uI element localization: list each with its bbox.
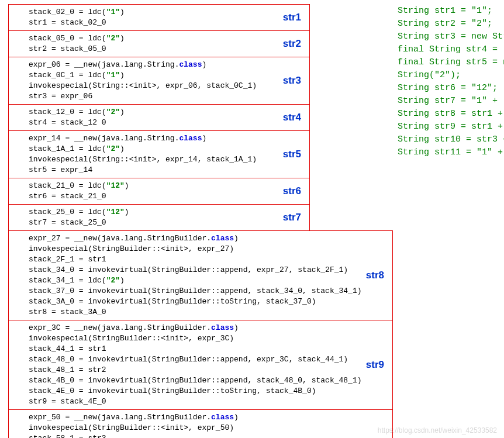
code-line: stack_25_0 = ldc("12") [29, 207, 289, 218]
bytecode-box-str6: stack_21_0 = ldc("12")str6 = stack_21_0s… [8, 178, 310, 205]
code-line: str5 = expr_14 [29, 165, 289, 175]
code-line: expr_3C = __new(java.lang.StringBuilder.… [29, 323, 372, 333]
code-line: invokespecial(StringBuilder::<init>, exp… [29, 244, 372, 254]
box-label: str5 [283, 149, 301, 160]
code-line: stack_58_1 = str3 [29, 433, 372, 438]
code-line: expr_14 = __new(java.lang.String.class) [29, 133, 289, 144]
source-line: String str10 = str3 + str4; [398, 133, 504, 146]
code-line: stack_12_0 = ldc("2") [29, 107, 289, 118]
box-label: str8 [366, 270, 384, 281]
code-line: stack_1A_1 = ldc("2") [29, 144, 289, 154]
code-line: stack_3A_0 = invokevirtual(StringBuilder… [29, 296, 372, 307]
main-wrap: stack_02_0 = ldc("1")str1 = stack_02_0st… [0, 5, 504, 438]
box-label: str9 [366, 359, 384, 371]
code-line: str4 = stack_12 0 [29, 118, 289, 128]
bytecode-box-str1: stack_02_0 = ldc("1")str1 = stack_02_0st… [8, 4, 310, 31]
code-line: expr_27 = __new(java.lang.StringBuilder.… [29, 233, 372, 244]
bytecode-box-str4: stack_12_0 = ldc("2")str4 = stack_12 0st… [8, 104, 310, 131]
code-line: stack_4B_0 = invokevirtual(StringBuilder… [29, 375, 372, 386]
code-line: str3 = expr_06 [29, 91, 289, 102]
source-line: String str1 = "1"; [398, 5, 504, 18]
code-line: str1 = stack_02_0 [29, 18, 289, 28]
code-line: invokespecial(String::<init>, expr_06, s… [29, 81, 289, 91]
box-label: str1 [283, 12, 301, 23]
bytecode-box-str10: expr_50 = __new(java.lang.StringBuilder.… [8, 409, 393, 438]
source-line: String str6 = "12"; [398, 82, 504, 95]
code-line: invokespecial(StringBuilder::<init>, exp… [29, 423, 372, 433]
source-line: String str11 = "1" + str4; [398, 146, 504, 159]
box-label: str2 [283, 38, 301, 50]
code-line: stack_05_0 = ldc("2") [29, 33, 289, 44]
source-line: final String str5 = new [398, 56, 504, 69]
source-line: String str9 = str1 + str2; [398, 120, 504, 133]
code-line: str6 = stack_21_0 [29, 191, 289, 202]
source-line: final String str4 = "2"; [398, 43, 504, 56]
source-line: String str3 = new String("1"); [398, 30, 504, 43]
source-line: String str7 = "1" + "2"; [398, 95, 504, 108]
code-line: str8 = stack_3A_0 [29, 307, 372, 318]
bytecode-box-str9: expr_3C = __new(java.lang.StringBuilder.… [8, 320, 393, 410]
code-line: str7 = stack_25_0 [29, 218, 289, 228]
code-line: invokespecial(String::<init>, expr_14, s… [29, 154, 289, 165]
code-line: expr_50 = __new(java.lang.StringBuilder.… [29, 412, 372, 423]
source-column: String str1 = "1";String str2 = "2";Stri… [393, 5, 504, 159]
code-line: stack_48_1 = str2 [29, 365, 372, 375]
bytecode-box-str8: expr_27 = __new(java.lang.StringBuilder.… [8, 230, 393, 320]
bytecode-box-str2: stack_05_0 = ldc("2")str2 = stack_05_0st… [8, 30, 310, 57]
code-line: stack_02_0 = ldc("1") [29, 7, 289, 18]
source-line: String str8 = str1 + "2"; [398, 108, 504, 120]
bytecode-box-str3: expr_06 = __new(java.lang.String.class)s… [8, 57, 310, 105]
code-line: stack_0C_1 = ldc("1") [29, 70, 289, 81]
source-line: String str2 = "2"; [398, 18, 504, 30]
code-line: stack_21_0 = ldc("12") [29, 181, 289, 191]
code-line: invokespecial(StringBuilder::<init>, exp… [29, 333, 372, 344]
code-line: stack_37_0 = invokevirtual(StringBuilder… [29, 286, 372, 296]
bytecode-column: stack_02_0 = ldc("1")str1 = stack_02_0st… [0, 5, 393, 438]
bytecode-box-str5: expr_14 = __new(java.lang.String.class)s… [8, 130, 310, 178]
code-line: str9 = stack_4E_0 [29, 396, 372, 407]
bytecode-box-str7: stack_25_0 = ldc("12")str7 = stack_25_0s… [8, 204, 310, 231]
watermark: https://blog.csdn.net/weixin_42533582 [378, 426, 497, 434]
code-line: stack_34_1 = ldc("2") [29, 275, 372, 286]
code-line: stack_48_0 = invokevirtual(StringBuilder… [29, 354, 372, 365]
code-line: stack_2F_1 = str1 [29, 254, 372, 265]
code-line: str2 = stack_05_0 [29, 44, 289, 54]
code-line: stack_4E_0 = invokevirtual(StringBuilder… [29, 386, 372, 396]
box-label: str7 [283, 212, 301, 223]
box-label: str4 [283, 112, 301, 123]
box-label: str6 [283, 185, 301, 197]
box-label: str3 [283, 75, 301, 87]
code-line: stack_34_0 = invokevirtual(StringBuilder… [29, 265, 372, 275]
source-line: String("2"); [398, 69, 504, 82]
code-line: stack_44_1 = str1 [29, 344, 372, 354]
code-line: expr_06 = __new(java.lang.String.class) [29, 60, 289, 70]
